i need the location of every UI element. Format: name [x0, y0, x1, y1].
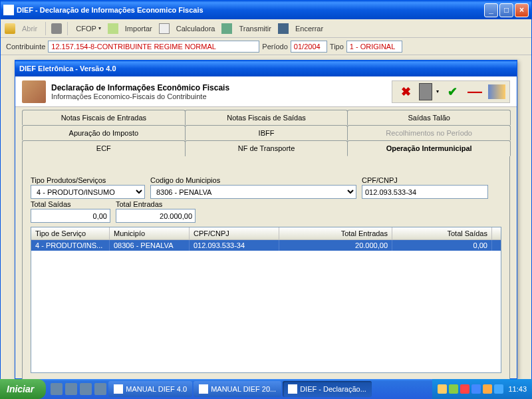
tab-ecf[interactable]: ECF — [22, 140, 186, 156]
word-icon — [114, 384, 123, 394]
tab-nf-entradas[interactable]: Notas Fiscais de Entradas — [22, 110, 186, 125]
tray-icon[interactable] — [494, 384, 503, 394]
action-buttons: ✖ ▾ ✔ — — [392, 80, 510, 103]
book-icon — [22, 80, 46, 103]
desktop-icon[interactable] — [65, 383, 77, 395]
toolbar: Abrir CFOP ▾ Importar Calculadora Transm… — [1, 19, 531, 38]
tab-apuracao[interactable]: Apuração do Imposto — [22, 125, 186, 140]
ie-icon[interactable] — [51, 383, 63, 395]
tab-nf-saidas[interactable]: Notas Fiscais de Saídas — [185, 110, 348, 125]
transmit-icon[interactable] — [221, 23, 232, 34]
tabs-area: Notas Fiscais de Entradas Notas Fiscais … — [15, 107, 517, 399]
remove-button[interactable]: — — [466, 82, 484, 101]
pinned-icon-2[interactable] — [94, 383, 106, 395]
col-total-entradas[interactable]: Total Entradas — [279, 227, 392, 239]
abrir-button[interactable]: Abrir — [19, 23, 40, 34]
window-controls: _ □ × — [484, 3, 529, 17]
total-entradas-group: Total Entradas — [116, 200, 196, 223]
calculadora-button[interactable]: Calculadora — [174, 23, 218, 34]
form-row-2: Total Saídas Total Entradas — [31, 200, 501, 223]
taskbar-item-2[interactable]: MANUAL DIEF 20... — [194, 381, 281, 397]
tipo-produtos-select[interactable]: 4 - PRODUTO/INSUMO — [31, 185, 145, 199]
periodo-input[interactable] — [291, 41, 327, 53]
transmitir-button[interactable]: Transmitir — [236, 23, 273, 34]
separator — [45, 22, 46, 35]
minimize-button[interactable]: _ — [484, 3, 498, 17]
encerrar-button[interactable]: Encerrar — [293, 23, 326, 34]
cell-municipio: 08306 - PENALVA — [110, 240, 190, 251]
tray-icon[interactable] — [449, 384, 458, 394]
col-municipio[interactable]: Municipío — [110, 227, 190, 239]
inner-header: Declaração de Informações Econômico Fisc… — [15, 76, 517, 107]
cancel-button[interactable]: ✖ — [396, 82, 415, 101]
cpf-input[interactable] — [362, 185, 488, 199]
tipo-label: Tipo — [330, 43, 344, 51]
app-icon — [3, 5, 14, 15]
contribuinte-label: Contribuinte — [6, 43, 45, 51]
encerrar-icon[interactable] — [278, 23, 289, 34]
chevron-down-icon: ▾ — [98, 25, 101, 31]
chevron-down-icon[interactable]: ▾ — [436, 88, 439, 94]
total-saidas-group: Total Saídas — [31, 200, 110, 223]
cpf-group: CPF/CNPJ — [362, 176, 488, 199]
tipo-input[interactable] — [346, 41, 402, 53]
periodo-label: Período — [262, 43, 288, 51]
col-cpf[interactable]: CPF/CNPJ — [190, 227, 279, 239]
total-entradas-label: Total Entradas — [116, 200, 196, 208]
close-button[interactable]: × — [515, 3, 529, 17]
cell-saidas: 0,00 — [392, 240, 492, 251]
inner-window-title: DIEF Eletrônica - Versão 4.0 — [19, 65, 116, 72]
tray-icon[interactable] — [438, 384, 447, 394]
col-tipo-servico[interactable]: Tipo de Serviço — [31, 227, 110, 239]
municipio-group: Codigo do Municipios 8306 - PENALVA — [150, 176, 356, 199]
taskbar-item-3[interactable]: DIEF - Declaração... — [283, 381, 372, 397]
confirm-button[interactable]: ✔ — [443, 82, 462, 101]
municipio-label: Codigo do Municipios — [150, 176, 356, 184]
grid-row-selected[interactable]: 4 - PRODUTO/INS... 08306 - PENALVA 012.0… — [31, 240, 501, 251]
inner-titlebar[interactable]: DIEF Eletrônica - Versão 4.0 — [15, 61, 517, 76]
cfop-icon[interactable] — [108, 23, 118, 34]
taskbar-item-1[interactable]: MANUAL DIEF 4.0 — [108, 381, 192, 397]
maximize-button[interactable]: □ — [499, 3, 513, 17]
print-icon[interactable] — [51, 23, 62, 34]
separator — [67, 22, 68, 35]
tipo-produtos-group: Tipo Produtos/Serviços 4 - PRODUTO/INSUM… — [31, 176, 145, 199]
total-entradas-input[interactable] — [116, 209, 196, 223]
pinned-icon[interactable] — [80, 383, 92, 395]
tray-icon[interactable] — [460, 384, 469, 394]
tray-icon[interactable] — [471, 384, 481, 394]
municipio-select[interactable]: 8306 - PENALVA — [150, 185, 356, 199]
start-button[interactable]: Iniciar — [0, 379, 46, 399]
cpf-label: CPF/CNPJ — [362, 176, 488, 184]
exit-button[interactable] — [488, 84, 505, 99]
cell-cpf: 012.093.533-34 — [190, 240, 279, 251]
cfop-button[interactable]: CFOP ▾ — [73, 23, 104, 34]
tab-saidas-talao[interactable]: Saídas Talão — [347, 110, 511, 125]
tab-operacao-intermunicipal[interactable]: Operação Intermunicipal — [347, 140, 511, 156]
data-grid[interactable]: Tipo de Serviço Municipío CPF/CNPJ Total… — [31, 227, 501, 373]
total-saidas-input[interactable] — [31, 209, 110, 223]
tab-ibff[interactable]: IBFF — [185, 125, 348, 140]
importar-button[interactable]: Importar — [122, 23, 155, 34]
tab-recolhimentos[interactable]: Recolhimentos no Período — [347, 125, 511, 140]
main-titlebar[interactable]: DIEF - Declaração de Informações Economi… — [1, 1, 531, 19]
tab-content: Tipo Produtos/Serviços 4 - PRODUTO/INSUM… — [22, 156, 510, 399]
clock[interactable]: 11:43 — [508, 385, 527, 393]
contribuinte-input[interactable] — [48, 41, 259, 53]
tab-row-3: ECF NF de Transporte Operação Intermunic… — [22, 140, 510, 156]
inner-title: Declaração de Informações Econômico Fisc… — [51, 83, 392, 92]
tab-nf-transporte[interactable]: NF de Transporte — [185, 140, 348, 156]
calculator-icon[interactable] — [159, 23, 170, 34]
folder-icon[interactable] — [5, 23, 15, 34]
cell-entradas: 20.000,00 — [279, 240, 392, 251]
tray-icon[interactable] — [483, 384, 492, 394]
word-icon — [199, 384, 208, 394]
book-button[interactable] — [419, 83, 432, 100]
inner-titles: Declaração de Informações Econômico Fisc… — [51, 83, 392, 100]
main-window-title: DIEF - Declaração de Informações Economi… — [17, 6, 203, 14]
system-tray[interactable]: 11:43 — [432, 379, 532, 399]
col-total-saidas[interactable]: Total Saídas — [392, 227, 492, 239]
inner-subtitle: Informações Economico-Fiscais do Contrib… — [51, 92, 392, 100]
dief-icon — [288, 384, 297, 394]
form-row-1: Tipo Produtos/Serviços 4 - PRODUTO/INSUM… — [31, 176, 501, 199]
